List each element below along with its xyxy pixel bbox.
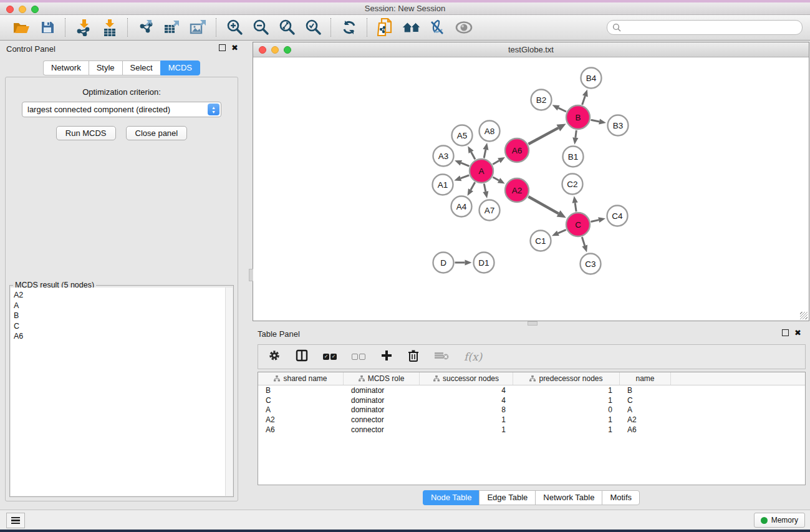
tab-edge-table[interactable]: Edge Table [479, 490, 535, 505]
new-network-from-selection-icon[interactable] [375, 17, 395, 37]
network-graph[interactable]: B4B2BB3A8A5A6A3B1AC2A1A2A4A7C4CC1C3DD1 [253, 57, 809, 321]
cell-shared-name[interactable]: A6 [258, 425, 344, 434]
mcds-result-item[interactable]: A2 [14, 290, 225, 301]
cell-name[interactable]: B [620, 386, 671, 395]
split-columns-icon[interactable] [296, 349, 308, 364]
cell-shared-name[interactable]: A2 [258, 415, 344, 424]
delete-column-icon[interactable] [408, 349, 419, 365]
mcds-result-item[interactable]: A [14, 301, 225, 311]
edge-C-C3[interactable] [582, 237, 584, 246]
mcds-result-list[interactable]: A2ABCA6 [11, 288, 226, 496]
table-close-panel-icon[interactable]: ✖ [794, 329, 801, 336]
mcds-result-item[interactable]: C [14, 321, 225, 332]
edge-A-A4[interactable] [471, 182, 475, 190]
edge-A-A1[interactable] [461, 175, 469, 178]
gear-icon[interactable] [268, 349, 281, 364]
edge-A6-B[interactable] [528, 128, 558, 144]
cell-successor-nodes[interactable]: 4 [420, 396, 513, 405]
show-hide-icon[interactable] [454, 17, 474, 37]
cell-MCDS-role[interactable]: connector [344, 415, 420, 424]
export-table-icon[interactable] [162, 17, 182, 37]
export-network-icon[interactable] [136, 17, 156, 37]
resize-grip-icon[interactable] [800, 312, 808, 319]
edge-A-A3[interactable] [461, 163, 469, 166]
cell-successor-nodes[interactable]: 1 [420, 425, 513, 434]
network-canvas[interactable]: B4B2BB3A8A5A6A3B1AC2A1A2A4A7C4CC1C3DD1 [253, 57, 809, 321]
cell-predecessor-nodes[interactable]: 1 [513, 415, 620, 424]
cell-MCDS-role[interactable]: dominator [344, 396, 420, 405]
unselect-all-columns-icon[interactable] [352, 354, 365, 360]
edge-A-A2[interactable] [493, 177, 499, 180]
save-session-icon[interactable] [37, 17, 57, 37]
close-panel-button[interactable]: Close panel [126, 126, 188, 140]
cell-predecessor-nodes[interactable]: 1 [513, 396, 620, 405]
table-row[interactable]: A6connector11A6 [258, 425, 805, 435]
import-network-icon[interactable] [74, 17, 94, 37]
refresh-icon[interactable] [339, 17, 359, 37]
table-row[interactable]: Cdominator41C [258, 395, 805, 405]
edge-C-C2[interactable] [575, 203, 576, 211]
tab-mcds[interactable]: MCDS [160, 60, 200, 75]
column-header-MCDS-role[interactable]: MCDS role [344, 372, 420, 385]
tab-style[interactable]: Style [89, 60, 122, 75]
select-all-columns-icon[interactable]: ✓✓ [323, 354, 337, 360]
cell-name[interactable]: A2 [620, 415, 671, 424]
cell-MCDS-role[interactable]: connector [344, 425, 420, 434]
cell-name[interactable]: C [620, 396, 671, 405]
cell-predecessor-nodes[interactable]: 1 [513, 386, 620, 395]
cell-MCDS-role[interactable]: dominator [344, 405, 420, 414]
cell-successor-nodes[interactable]: 4 [420, 386, 513, 395]
edge-B-B4[interactable] [582, 96, 586, 105]
cell-shared-name[interactable]: C [258, 396, 344, 405]
mcds-result-item[interactable]: A6 [14, 331, 225, 342]
edge-B-B2[interactable] [559, 108, 566, 112]
edge-B-B1[interactable] [576, 130, 577, 138]
cell-shared-name[interactable]: B [258, 386, 344, 395]
cell-name[interactable]: A [620, 405, 671, 414]
table-row[interactable]: A2connector11A2 [258, 415, 805, 425]
cell-successor-nodes[interactable]: 8 [420, 405, 513, 414]
column-header-predecessor-nodes[interactable]: predecessor nodes [513, 372, 620, 385]
mcds-result-item[interactable]: B [14, 311, 225, 321]
search-input[interactable] [621, 22, 797, 32]
node-table[interactable]: shared nameMCDS rolesuccessor nodesprede… [258, 372, 806, 485]
criterion-dropdown[interactable]: largest connected component (directed) ▲… [22, 102, 221, 117]
cell-name[interactable]: A6 [620, 425, 671, 434]
edge-A-A6[interactable] [493, 161, 499, 165]
tab-select[interactable]: Select [122, 60, 160, 75]
edge-C-C4[interactable] [591, 220, 599, 222]
cell-MCDS-role[interactable]: dominator [344, 386, 420, 395]
edge-A-A5[interactable] [471, 152, 475, 160]
import-table-icon[interactable] [100, 17, 120, 37]
cell-predecessor-nodes[interactable]: 1 [513, 425, 620, 434]
memory-button[interactable]: Memory [754, 513, 805, 528]
cybrowser-home-icon[interactable] [402, 17, 422, 37]
cell-predecessor-nodes[interactable]: 0 [513, 405, 620, 414]
cell-successor-nodes[interactable]: 1 [420, 415, 513, 424]
edge-C-C1[interactable] [558, 230, 566, 233]
column-header-successor-nodes[interactable]: successor nodes [420, 372, 513, 385]
search-box[interactable] [607, 20, 803, 35]
zoom-selected-icon[interactable] [303, 17, 323, 37]
task-history-button[interactable] [6, 513, 25, 528]
tab-network[interactable]: Network [43, 60, 89, 75]
close-panel-icon[interactable]: ✖ [231, 44, 238, 51]
column-header-name[interactable]: name [620, 372, 671, 385]
table-float-panel-icon[interactable] [782, 329, 789, 336]
zoom-fit-icon[interactable] [277, 17, 297, 37]
export-image-icon[interactable] [188, 17, 208, 37]
table-row[interactable]: Bdominator41B [258, 385, 805, 395]
float-panel-icon[interactable] [219, 44, 226, 51]
network-window-titlebar[interactable]: testGlobe.txt [253, 42, 809, 57]
annotation-pen-icon[interactable] [428, 17, 448, 37]
column-header-shared-name[interactable]: shared name [258, 372, 344, 385]
tab-network-table[interactable]: Network Table [535, 490, 602, 505]
run-mcds-button[interactable]: Run MCDS [56, 126, 116, 140]
zoom-out-icon[interactable] [251, 17, 271, 37]
edge-A-A7[interactable] [484, 184, 486, 192]
edge-A2-C[interactable] [528, 196, 558, 213]
open-folder-icon[interactable] [11, 17, 31, 37]
edge-A-A8[interactable] [484, 150, 486, 158]
tab-motifs[interactable]: Motifs [602, 490, 640, 505]
zoom-in-icon[interactable] [224, 17, 244, 37]
